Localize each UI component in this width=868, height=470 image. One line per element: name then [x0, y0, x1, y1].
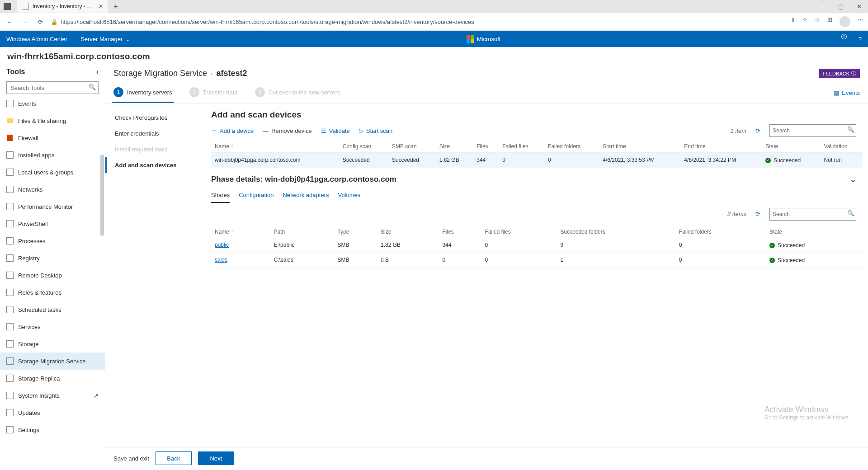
column-header[interactable]: Name ↑ [211, 141, 339, 153]
sidebar-item-remote-desktop[interactable]: Remote Desktop [0, 267, 105, 284]
tools-list[interactable]: EventsFiles & file sharingFirewallInstal… [0, 98, 105, 469]
column-header[interactable]: Start time [599, 141, 680, 153]
sidebar-item-storage[interactable]: Storage [0, 335, 105, 352]
table-row[interactable]: publicE:\publicSMB1.82 GB344090✓Succeede… [211, 238, 863, 253]
sidebar-item-storage-migration-service[interactable]: Storage Migration Service [0, 352, 105, 370]
tab-volumes[interactable]: Volumes [338, 188, 360, 203]
tab-network-adapters[interactable]: Network adapters [283, 188, 329, 203]
substep-enter-credentials[interactable]: Enter credentials [105, 126, 205, 141]
collapse-sidebar-icon[interactable]: ‹ [96, 68, 99, 76]
share-link[interactable]: sales [215, 257, 227, 263]
events-button[interactable]: ▦ Events [832, 85, 862, 101]
sidebar-item-performance-monitor[interactable]: Performance Monitor [0, 198, 105, 215]
feedback-button[interactable]: FEEDBACK ⓘ [819, 69, 860, 78]
close-tab-icon[interactable]: ✕ [99, 3, 103, 9]
save-exit-button[interactable]: Save and exit [113, 455, 149, 462]
column-header[interactable]: Failed files [481, 226, 557, 238]
forward-button[interactable]: → [20, 19, 30, 25]
refresh-devices-icon[interactable]: ⟳ [755, 127, 760, 134]
column-header[interactable]: Files [439, 226, 481, 238]
tab-shares[interactable]: Shares [211, 188, 230, 203]
close-window-button[interactable]: ✕ [850, 0, 868, 13]
search-icon[interactable]: 🔍 [847, 126, 854, 133]
next-button[interactable]: Next [198, 451, 234, 465]
minimize-button[interactable]: — [814, 0, 832, 13]
column-header[interactable]: End time [680, 141, 762, 153]
sidebar-item-updates[interactable]: Updates [0, 404, 105, 421]
column-header[interactable]: Size [377, 226, 439, 238]
sidebar-item-registry[interactable]: Registry [0, 249, 105, 267]
column-header[interactable]: State [762, 141, 820, 153]
info-icon: ⓘ [851, 70, 856, 77]
sidebar-item-label: Registry [18, 255, 40, 262]
back-button[interactable]: Back [156, 451, 192, 465]
add-device-button[interactable]: ＋Add a device [211, 127, 254, 135]
refresh-shares-icon[interactable]: ⟳ [755, 211, 760, 217]
sidebar-item-services[interactable]: Services [0, 318, 105, 335]
new-tab-button[interactable]: ＋ [112, 2, 119, 11]
column-header[interactable]: SMB scan [388, 141, 436, 153]
help-icon[interactable]: ? [859, 36, 862, 42]
more-icon[interactable]: ⋯ [858, 16, 863, 27]
breadcrumb-service[interactable]: Storage Migration Service [113, 69, 207, 78]
sidebar-item-scheduled-tasks[interactable]: Scheduled tasks [0, 301, 105, 318]
sidebar-item-local-users-groups[interactable]: Local users & groups [0, 164, 105, 181]
column-header[interactable]: Files [473, 141, 499, 153]
devices-table: Name ↑Config scanSMB scanSizeFilesFailed… [211, 141, 863, 168]
search-icon[interactable]: 🔍 [89, 84, 96, 90]
remove-device-button[interactable]: —Remove device [263, 127, 312, 134]
context-dropdown[interactable]: Server Manager ⌄ [80, 36, 130, 42]
sidebar-item-processes[interactable]: Processes [0, 232, 105, 249]
column-header[interactable]: Name ↑ [211, 226, 270, 238]
column-header[interactable]: Validation [821, 141, 863, 153]
column-header[interactable]: Size [436, 141, 473, 153]
sidebar-item-installed-apps[interactable]: Installed apps [0, 146, 105, 164]
tools-search-input[interactable] [6, 81, 99, 94]
sidebar-item-storage-replica[interactable]: Storage Replica [0, 370, 105, 387]
search-icon[interactable]: 🔍 [847, 210, 854, 216]
sidebar-item-label: Storage Replica [18, 375, 60, 382]
address-bar[interactable]: 🔒 https://localhost:6516/servermanager/c… [51, 19, 785, 25]
sidebar-item-system-insights[interactable]: System Insights↗ [0, 387, 105, 404]
sidebar-item-roles-features[interactable]: Roles & features [0, 284, 105, 301]
validate-button[interactable]: ☰Validate [321, 127, 350, 134]
column-header[interactable]: Type [334, 226, 377, 238]
column-header[interactable]: Failed folders [544, 141, 599, 153]
collections-icon[interactable]: ⊞ [827, 16, 832, 27]
column-header[interactable]: Failed files [499, 141, 544, 153]
column-header[interactable]: Config scan [339, 141, 388, 153]
sidebar-item-label: Scheduled tasks [18, 306, 61, 313]
favorites-icon[interactable]: ☆ [815, 16, 820, 27]
sidebar-item-settings[interactable]: Settings [0, 421, 105, 438]
collapse-phase-icon[interactable]: ⌄ [850, 175, 856, 184]
table-row[interactable]: win-dobj0p41pga.corp.contoso.comSucceede… [211, 153, 863, 168]
browser-tab[interactable]: Inventory - Inventory - Job deta ✕ [17, 0, 108, 13]
reader-icon[interactable]: ✧ [802, 16, 807, 27]
tab-configuration[interactable]: Configuration [239, 188, 274, 203]
refresh-button[interactable]: ⟳ [35, 19, 45, 25]
column-header[interactable]: Succeeded folders [557, 226, 675, 238]
device-search-input[interactable] [769, 124, 856, 137]
profile-avatar[interactable] [840, 16, 850, 27]
maximize-button[interactable]: ▢ [832, 0, 850, 13]
wizard-step-2[interactable]: 2Transfer data [188, 83, 240, 103]
sidebar-item-events[interactable]: Events [0, 98, 105, 112]
table-row[interactable]: salesC:\salesSMB0 B0010✓Succeeded [211, 253, 863, 268]
sidebar-item-powershell[interactable]: PowerShell [0, 215, 105, 232]
key-icon[interactable]: ⚷ [791, 16, 795, 27]
start-scan-button[interactable]: ▷Start scan [359, 127, 393, 134]
wizard-step-3[interactable]: 3Cut over to the new servers [253, 83, 342, 103]
substep-check-prerequisites[interactable]: Check Prerequisites [105, 110, 205, 126]
wizard-step-1[interactable]: 1Inventory servers [112, 83, 174, 103]
sidebar-item-firewall[interactable]: Firewall [0, 129, 105, 146]
substep-add-and-scan-devices[interactable]: Add and scan devices [105, 157, 205, 173]
share-link[interactable]: public [215, 242, 229, 248]
column-header[interactable]: State [766, 226, 863, 238]
sidebar-item-files-file-sharing[interactable]: Files & file sharing [0, 112, 105, 129]
share-search-input[interactable] [769, 208, 856, 221]
back-button[interactable]: ← [5, 19, 14, 25]
column-header[interactable]: Path [270, 226, 334, 238]
sidebar-item-networks[interactable]: Networks [0, 181, 105, 198]
column-header[interactable]: Failed folders [675, 226, 766, 238]
scrollbar-thumb[interactable] [100, 155, 104, 236]
